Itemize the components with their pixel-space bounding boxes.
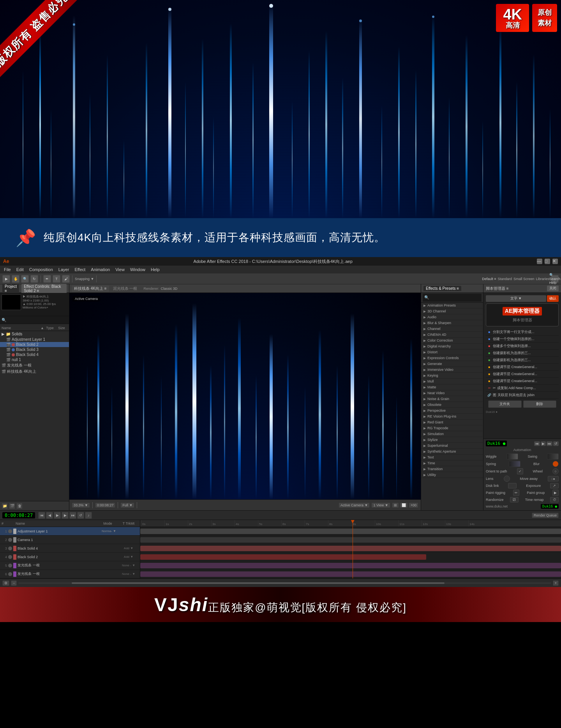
exposure-btn[interactable]: ↗ — [550, 483, 559, 488]
layer-black-solid2[interactable]: 🎬 Black Solid 2 — [0, 342, 69, 347]
comp-view-select[interactable]: Active Camera ▼ — [339, 502, 370, 508]
effect-distort[interactable]: ▶ Distort — [421, 349, 483, 355]
menu-layer[interactable]: Layer — [56, 267, 72, 272]
comp-btn-grid[interactable]: ⊞ — [392, 502, 399, 508]
menu-file[interactable]: File — [2, 267, 13, 272]
tl-btn-loop[interactable]: ↺ — [77, 512, 84, 519]
search-help[interactable]: 🔍 Search Help — [551, 275, 559, 283]
tl-btn-play[interactable]: ▶ — [54, 512, 61, 519]
layer-black-solid3[interactable]: 🎬 Black Solid 3 — [0, 347, 69, 352]
time-remap-btn[interactable]: ⏱ — [550, 497, 559, 502]
layer-row-4[interactable]: 4 Black Solid 2 Add ▼ — [0, 553, 140, 561]
tl-btn-start[interactable]: ⏮ — [38, 512, 45, 519]
layer-vis-3[interactable] — [8, 546, 12, 550]
script-item-3[interactable]: ■ 创建多个空物体到选择... — [486, 343, 559, 350]
tl-btn-audio[interactable]: ♪ — [85, 512, 92, 519]
effect-cinema4d[interactable]: ▶ CINEMA 4D — [421, 332, 483, 338]
move-away-btn[interactable]: □■ — [548, 476, 559, 481]
comp-btn-mask[interactable]: ⬜ — [400, 502, 408, 508]
menu-animation[interactable]: Animation — [88, 267, 112, 272]
effect-transition[interactable]: ▶ Transition — [421, 466, 483, 472]
new-folder-btn[interactable]: 📁 — [2, 503, 8, 509]
effects-search-input[interactable] — [423, 294, 482, 301]
effect-color-correction[interactable]: ▶ Color Correction — [421, 338, 483, 344]
effect-red-giant[interactable]: ▶ Red Giant — [421, 420, 483, 425]
effect-matte[interactable]: ▶ Matte — [421, 384, 483, 390]
menu-edit[interactable]: Edit — [14, 267, 26, 272]
motion-btn-play[interactable]: ▶ — [541, 441, 546, 446]
script-item-10[interactable]: 🔗 图 关联层 到其他层去 jsbin — [486, 392, 559, 399]
tl-btn-prev-frame[interactable]: ◀ — [46, 512, 53, 519]
paint-rigging-btn[interactable]: ✏ — [513, 490, 519, 496]
script-close-btn[interactable]: 关闭 — [547, 286, 559, 291]
tool-zoom[interactable]: 🔍 — [21, 275, 29, 283]
effect-neat-video[interactable]: ▶ Neat Video — [421, 390, 483, 396]
comp-tab1[interactable]: 科技线条 4K向上 ≡ — [72, 286, 109, 292]
layer-row-5[interactable]: 5 发光线条 一根 None - ▼ — [0, 561, 140, 570]
layer-vis-1[interactable] — [8, 529, 12, 533]
tool-rotate[interactable]: ↻ — [30, 275, 38, 283]
effect-controls-tab[interactable]: Effect Controls: Black Solid 2 ≡ — [21, 284, 67, 293]
tl-btn-next-frame[interactable]: ▶ — [62, 512, 69, 519]
orient-btn[interactable]: ✓ — [517, 468, 523, 474]
script-item-8[interactable]: ■ 创建调节层 CreateGeneral... — [486, 378, 559, 385]
layer-vis-2[interactable] — [8, 538, 12, 542]
effect-noise-grain[interactable]: ▶ Noise & Grain — [421, 396, 483, 402]
tool-text[interactable]: T — [53, 275, 60, 283]
effect-stylize[interactable]: ▶ Stylize — [421, 437, 483, 443]
effect-digital-anarchy[interactable]: ▶ Digital Anarchy — [421, 344, 483, 349]
new-comp-btn[interactable]: 🎬 — [9, 503, 15, 509]
effect-synthetic[interactable]: ▶ Synthetic Aperture — [421, 449, 483, 455]
blur-toggle[interactable] — [552, 461, 559, 467]
effect-immersive-video[interactable]: ▶ Immersive Video — [421, 367, 483, 373]
menu-help[interactable]: Help — [148, 267, 162, 272]
menu-composition[interactable]: Composition — [27, 267, 55, 272]
motion-btn-prev[interactable]: ⏮ — [534, 441, 540, 446]
effect-simulation[interactable]: ▶ Simulation — [421, 431, 483, 437]
effect-rg-trapcode[interactable]: ▶ RG Trapcode — [421, 425, 483, 431]
layer-vis-5[interactable] — [8, 564, 12, 568]
layer-adj1[interactable]: 🎬 Adjustment Layer 1 — [0, 337, 69, 342]
effect-obsolete[interactable]: ▶ Obsolete — [421, 402, 483, 408]
comp-faguang[interactable]: 🎬 发光线条 一根 — [0, 362, 69, 368]
effect-mull[interactable]: ▶ Mull — [421, 379, 483, 384]
script-item-7[interactable]: ■ 创建调节层 CreateGeneral... — [486, 371, 559, 378]
menu-effect[interactable]: Effect — [72, 267, 88, 272]
workspace-standard[interactable]: Standard — [497, 277, 512, 281]
tl-bottom-btn1[interactable]: ⚙ — [2, 580, 9, 586]
project-tab[interactable]: Project ≡ — [2, 284, 19, 293]
script-tab-ok[interactable]: 确认 — [547, 295, 559, 302]
workspace-default[interactable]: Default ≡ — [482, 277, 496, 281]
layer-row-3[interactable]: 3 Black Solid 4 Add ▼ — [0, 544, 140, 553]
layer-row-2[interactable]: 2 Camera 1 — [0, 536, 140, 544]
effect-animation-presets[interactable]: ▶ Animation Presets — [421, 303, 483, 308]
layer-vis-4[interactable] — [8, 555, 12, 559]
paint-group-btn[interactable]: ▶ — [552, 490, 559, 496]
effect-text[interactable]: ▶ Text — [421, 455, 483, 460]
script-item-2[interactable]: ■ 创建一个空物体到选择的... — [486, 336, 559, 343]
script-delete-btn[interactable]: 删除 — [523, 400, 557, 408]
disk-link-btn[interactable] — [508, 483, 517, 488]
layer-black-solid4[interactable]: 🎬 Black Solid 4 — [0, 352, 69, 357]
comp-timecode[interactable]: 0:00:08:27 — [95, 502, 116, 508]
window-minimize[interactable]: — — [537, 259, 542, 264]
tl-btn-end[interactable]: ⏭ — [69, 512, 76, 519]
layer-null1[interactable]: 🎬 null 1 — [0, 357, 69, 362]
effect-generate[interactable]: ▶ Generate — [421, 361, 483, 367]
workspace-small[interactable]: Small Screen — [513, 277, 535, 281]
tl-zoom-in[interactable]: + — [553, 580, 559, 586]
effect-time[interactable]: ▶ Time — [421, 460, 483, 466]
wheel-btn[interactable]: ○ — [552, 468, 559, 474]
comp-kj1[interactable]: 🎬 科技线条 4K向上 — [0, 368, 69, 375]
effect-superluminal[interactable]: ▶ Superluminal — [421, 443, 483, 449]
script-item-9[interactable]: ✂ ✂ 成复制 Add New Comp... — [486, 385, 559, 392]
workspace-libraries[interactable]: Libraries — [536, 277, 549, 281]
motion-btn-next[interactable]: ⏭ — [547, 441, 552, 446]
randomize-btn[interactable]: ⚂ — [510, 497, 519, 502]
tl-zoom-bar[interactable] — [18, 582, 551, 584]
effect-expression-controls[interactable]: ▶ Expression Controls — [421, 355, 483, 361]
tool-pen[interactable]: ✒ — [43, 275, 51, 283]
project-search-input[interactable] — [0, 316, 69, 324]
layer-row-6[interactable]: 6 发光线条 一根 None - ▼ — [0, 570, 140, 578]
script-folder-btn[interactable]: 文件夹 — [488, 400, 522, 408]
